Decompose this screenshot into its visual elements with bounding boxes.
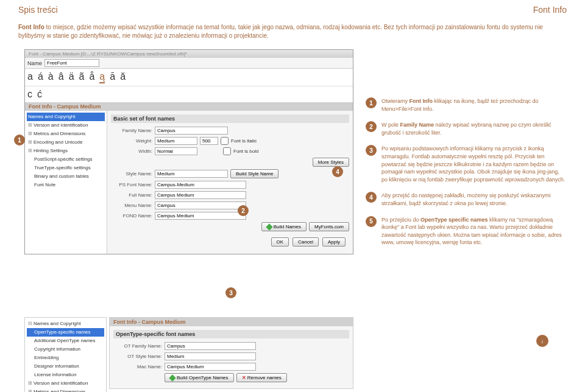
callout-4: 4 [332, 166, 343, 177]
weight-num[interactable] [200, 137, 218, 145]
name-label: Name [27, 60, 42, 66]
ps-input[interactable] [155, 181, 246, 189]
tree-version[interactable]: ⊞Version and Identification [27, 121, 105, 130]
step-badge-2: 2 [366, 121, 377, 132]
tree-nav[interactable]: Names and Copyright ⊞Version and Identif… [25, 111, 107, 254]
width-label: Width: [111, 149, 152, 154]
step-badge-3: 3 [366, 145, 377, 156]
ps-label: PS Font Name: [111, 182, 152, 187]
fontlab-window: Font - Campus Medium [D:...\Z RYSUNKOW\C… [24, 49, 353, 254]
callout-2: 2 [238, 205, 249, 216]
menu-input[interactable] [155, 201, 246, 209]
glyph-row: aáàâäãåąāă [25, 69, 353, 86]
tree-encoding[interactable]: ⊞Encoding and Unicode [27, 138, 105, 147]
weight-input[interactable] [155, 137, 197, 145]
fond-label: FOND Name: [111, 213, 152, 219]
full-label: Full Name: [111, 192, 152, 198]
names-panel: Basic set of font names Family Name: Wei… [107, 111, 353, 254]
weight-label: Weight: [111, 138, 152, 144]
apply-btn[interactable]: Apply [322, 237, 346, 247]
build-names-btn[interactable]: Build Names [261, 222, 307, 231]
font-input[interactable] [44, 59, 99, 67]
bold-check[interactable] [223, 147, 231, 155]
callout-3: 3 [225, 287, 236, 298]
family-label: Family Name: [111, 128, 152, 133]
tree-ps[interactable]: PostScript-specific settings [27, 155, 105, 164]
style-label: Style Name: [111, 171, 152, 177]
x-icon: ✕ [242, 375, 246, 380]
fond-input[interactable] [155, 212, 246, 220]
tree-note[interactable]: Font Note [27, 181, 105, 189]
tree-metrics[interactable]: ⊞Metrics and Dimensions [27, 130, 105, 138]
ok-btn[interactable]: OK [271, 237, 289, 247]
cancel-btn[interactable]: Cancel [292, 237, 319, 247]
info-title-2: Font Info - Campus Medium [110, 318, 353, 326]
tree-names[interactable]: Names and Copyright [27, 113, 105, 121]
tree-tt[interactable]: TrueType-specific settings [27, 164, 105, 172]
mac-input[interactable] [165, 363, 256, 371]
build-ot-btn[interactable]: Build OpenType Names [165, 373, 234, 382]
width-input[interactable] [155, 147, 197, 155]
ot-style-input[interactable] [165, 352, 256, 360]
remove-btn[interactable]: ✕ Remove names [236, 373, 287, 382]
tree-ot-names[interactable]: OpenType-specific names [27, 328, 104, 337]
ot-family-input[interactable] [165, 342, 256, 350]
panel-title: Basic set of font names [111, 114, 349, 123]
full-input[interactable] [155, 191, 246, 199]
menu-label: Menu Name: [111, 203, 152, 208]
style-input[interactable] [155, 170, 228, 178]
step-badge-5: 5 [366, 216, 377, 227]
steps-column: 1Otwieramy Font Info klikając na ikonę, … [366, 97, 567, 255]
step-badge-4: 4 [366, 192, 377, 203]
tree-nav-2[interactable]: ⊟Names and Copyright OpenType-specific n… [24, 317, 107, 392]
callout-1: 1 [14, 135, 25, 145]
myfonts-btn[interactable]: MyFonts.com [309, 222, 349, 231]
info-dialog-title: Font Info - Campus Medium [25, 102, 353, 111]
intro-text: Font Info to miejsce, gdzie możemy wpisa… [0, 17, 585, 49]
tree-hinting[interactable]: ⊞Hinting Settings [27, 147, 105, 155]
build-style-btn[interactable]: Build Style Name [230, 169, 278, 178]
step-badge-1: 1 [366, 97, 377, 108]
tree-binary[interactable]: Binary and custom tables [27, 172, 105, 181]
window-title: Font - Campus Medium [D:...\Z RYSUNKOW\C… [25, 50, 353, 58]
more-styles-btn[interactable]: More Styles [313, 158, 349, 167]
panel2-title: OpenType-specific font names [113, 330, 349, 338]
next-page-arrow[interactable]: ↓ [536, 335, 548, 347]
italic-check[interactable] [221, 137, 229, 145]
toc-link[interactable]: Spis treści [18, 5, 58, 15]
toolbar: Name [25, 58, 353, 69]
family-input[interactable] [155, 127, 228, 135]
page-title: Font Info [533, 5, 567, 15]
ot-panel: Font Info - Campus Medium OpenType-speci… [109, 317, 353, 389]
diamond-icon [266, 223, 272, 230]
diamond-icon [169, 374, 176, 381]
